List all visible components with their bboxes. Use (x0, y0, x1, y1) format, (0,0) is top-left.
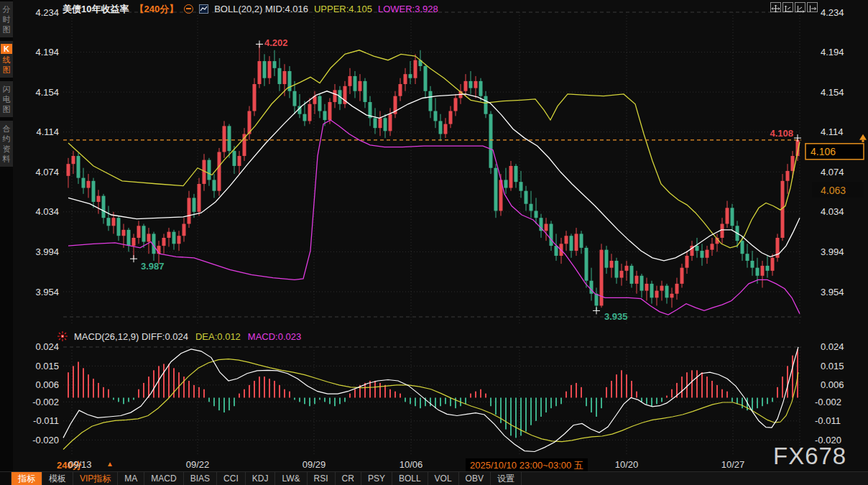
axis-label: 4.154 (35, 87, 59, 98)
toolbar-button-vip-indicators[interactable]: VIP指标 (73, 472, 118, 485)
x-axis-zoom-icon[interactable] (795, 2, 805, 12)
axis-label: -0.011 (33, 415, 59, 426)
axis-label: 0.015 (821, 361, 844, 371)
timeframe-up-arrow-icon[interactable]: ▲ (106, 460, 114, 468)
kline-label-rest: 线图 (3, 55, 11, 74)
timeframe-label: 【240分】 (134, 3, 178, 16)
macd-dea-readout: DEA:0.012 (195, 331, 241, 342)
crosshair-date-tooltip: 2025/10/10 23:00~03:00 五 (466, 458, 588, 473)
toolbar-button-cr[interactable]: CR (336, 472, 361, 485)
boll-upper-readout: UPPER:4.105 (314, 4, 372, 14)
collapse-circle-icon[interactable] (184, 4, 193, 14)
axis-label: 0.024 (821, 341, 844, 352)
axis-label: 4.234 (35, 7, 59, 18)
axis-label: 3.935 (604, 311, 628, 322)
axis-label: 4.063 (821, 185, 846, 196)
axis-label: 4.114 (821, 126, 844, 137)
axis-label: -0.002 (815, 397, 841, 407)
axis-label: 4.108 (770, 128, 793, 139)
axis-label: 3.954 (35, 287, 59, 297)
instrument-title: 美债10年收益率 (63, 3, 129, 16)
fx678-watermark: FX678 (773, 443, 846, 470)
axis-label: 3.994 (821, 246, 844, 257)
axis-label: -0.020 (32, 435, 59, 445)
boll-lower-readout: LOWER:3.928 (378, 4, 438, 14)
axis-label: 0.006 (821, 379, 844, 390)
pan-right-icon[interactable] (807, 2, 818, 12)
axis-label: 0.015 (35, 361, 59, 371)
chart-type-sidebar: 分时图 K线图 闪电图 合约资料 (0, 0, 13, 485)
x-axis-label: 09/13 (68, 459, 92, 470)
macd-header: MACD(26,12,9) DIFF:0.024 DEA:0.012 MACD:… (74, 331, 301, 342)
indicator-toolbar: 指标模板VIP指标MAMACDBIASCCIKDJLW&RSICRPSYBOLL… (0, 471, 868, 485)
toolbar-button-vol[interactable]: VOL (428, 472, 459, 485)
toolbar-button-indicators[interactable]: 指标 (11, 472, 42, 485)
kline-active-badge: K (1, 44, 12, 54)
toolbar-button-rsi[interactable]: RSI (308, 472, 336, 485)
axis-label: 0.024 (35, 341, 59, 352)
x-axis-label: 10/06 (400, 459, 423, 470)
chart-header: 美债10年收益率 【240分】 BOLL(20,2) MID:4.016 UPP… (63, 3, 438, 15)
macd-panel (63, 347, 798, 452)
toolbar-button-psy[interactable]: PSY (361, 472, 392, 485)
candlesticks (67, 44, 800, 310)
x-axis-label: 10/20 (615, 459, 639, 470)
axis-label: 0.006 (35, 379, 59, 390)
axis-label: 4.074 (35, 167, 59, 177)
toolbar-corner-handle[interactable] (0, 472, 11, 485)
toolbar-button-ma[interactable]: MA (118, 472, 144, 485)
axis-label: 4.106 (811, 146, 836, 157)
toolbar-button-settings[interactable]: 设置 (491, 472, 522, 485)
move-tool-icon[interactable] (770, 2, 781, 12)
toolbar-button-kdj[interactable]: KDJ (246, 472, 276, 485)
axis-label: 4.114 (36, 126, 59, 137)
toolbar-button-cci[interactable]: CCI (217, 472, 246, 485)
axis-label: 4.034 (821, 206, 844, 217)
axis-label: 4.202 (264, 37, 288, 48)
boll-mid-readout: BOLL(20,2) MID:4.016 (214, 4, 308, 14)
chart-tool-buttons (770, 2, 818, 12)
sidebar-item-kline-chart[interactable]: K线图 (0, 41, 13, 78)
axis-label: 4.234 (821, 7, 844, 18)
toolbar-button-templates[interactable]: 模板 (42, 472, 73, 485)
axis-label: 4.194 (821, 47, 844, 57)
axis-label: -0.011 (815, 415, 841, 426)
live-indicator-icon (57, 331, 68, 342)
axis-label: 3.987 (141, 261, 165, 272)
axis-label: 4.194 (35, 47, 59, 57)
macd-params-readout: MACD(26,12,9) DIFF:0.024 (74, 331, 188, 342)
macd-hist-readout: MACD:0.023 (248, 331, 301, 342)
toolbar-button-obv[interactable]: OBV (459, 472, 491, 485)
x-axis-row: 240分 ▲ 2025/10/10 23:00~03:00 五 09/1309/… (0, 458, 868, 471)
macd-diff-readout: DIFF:0.024 (142, 331, 188, 342)
right-axis-annotations: 4.1064.063 (805, 134, 867, 198)
sidebar-item-contract-info[interactable]: 合约资料 (0, 121, 13, 167)
axis-label: 4.154 (821, 87, 844, 98)
axis-label: 4.034 (35, 206, 59, 217)
chart-canvas[interactable]: 4.2344.2344.1944.1944.1544.1544.1144.114… (0, 0, 868, 485)
sidebar-item-time-chart[interactable]: 分时图 (0, 1, 13, 37)
toolbar-button-lw[interactable]: LW& (275, 472, 307, 485)
toolbar-button-macd[interactable]: MACD (144, 472, 183, 485)
y-axis-zoom-icon[interactable] (782, 2, 793, 12)
axis-label: -0.002 (32, 397, 59, 407)
axis-label: 3.954 (821, 287, 844, 297)
sidebar-item-flash-chart[interactable]: 闪电图 (0, 81, 13, 117)
mini-chart-icon[interactable] (199, 4, 208, 14)
axis-label: 3.994 (35, 246, 59, 257)
toolbar-button-boll[interactable]: BOLL (392, 472, 428, 485)
toolbar-button-bias[interactable]: BIAS (184, 472, 217, 485)
x-axis-label: 10/27 (721, 459, 745, 470)
axis-label: 4.074 (821, 167, 844, 177)
bollinger-bands (68, 50, 800, 315)
x-axis-label: 09/22 (186, 459, 210, 470)
x-axis-label: 09/29 (303, 459, 326, 470)
